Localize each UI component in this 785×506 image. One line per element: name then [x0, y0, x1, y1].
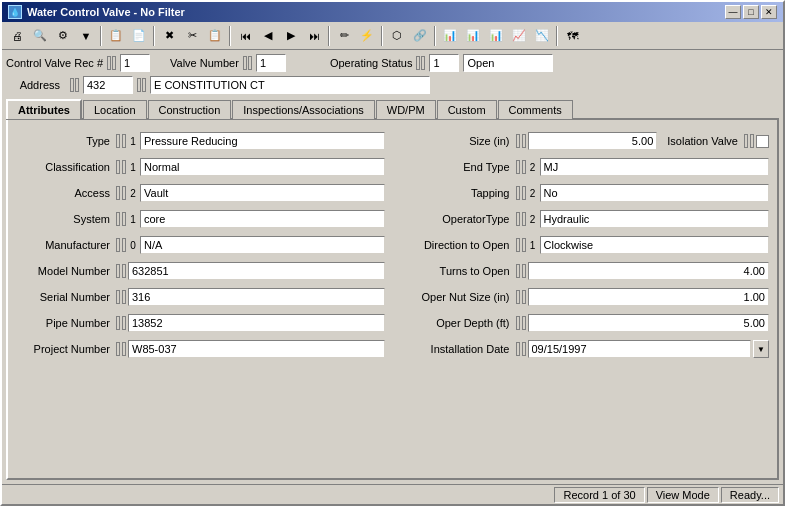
addr-ind-2 — [75, 78, 79, 92]
header-row: Control Valve Rec # Valve Number Operati… — [6, 54, 779, 72]
ind-dir-1 — [516, 238, 520, 252]
label-model: Model Number — [16, 265, 116, 277]
date-dropdown-button[interactable]: ▼ — [753, 340, 769, 358]
input-pipe[interactable] — [128, 314, 385, 332]
tb-filter[interactable]: ⬡ — [386, 25, 408, 47]
tab-attributes[interactable]: Attributes — [6, 99, 82, 119]
op-status-num-input[interactable] — [429, 54, 459, 72]
input-direction[interactable] — [540, 236, 770, 254]
input-nutsize[interactable] — [528, 288, 770, 306]
tb-new[interactable]: 📄 — [128, 25, 150, 47]
row-access: Access 2 — [16, 182, 385, 204]
tb-lightning[interactable]: ⚡ — [356, 25, 378, 47]
ind-size-1 — [516, 134, 520, 148]
tb-sep-6 — [434, 26, 436, 46]
op-ind-1 — [416, 56, 420, 70]
ind-sys-2 — [122, 212, 126, 226]
ind-opt-1 — [516, 212, 520, 226]
ind-nut-1 — [516, 290, 520, 304]
label-optype: OperatorType — [401, 213, 516, 225]
tb-next[interactable]: ▶ — [280, 25, 302, 47]
input-depth[interactable] — [528, 314, 770, 332]
maximize-button[interactable]: □ — [743, 5, 759, 19]
rec-ind-2 — [112, 56, 116, 70]
ind-end-1 — [516, 160, 520, 174]
tb-edit[interactable]: ✏ — [333, 25, 355, 47]
tb-chart3[interactable]: 📊 — [485, 25, 507, 47]
input-group-serial — [116, 288, 385, 306]
input-serial[interactable] — [128, 288, 385, 306]
minimize-button[interactable]: — — [725, 5, 741, 19]
tab-wdpm[interactable]: WD/PM — [376, 100, 436, 119]
tab-construction[interactable]: Construction — [148, 100, 232, 119]
ind-tap-1 — [516, 186, 520, 200]
tb-cut[interactable]: ✂ — [181, 25, 203, 47]
title-bar-left: 💧 Water Control Valve - No Filter — [8, 5, 185, 19]
close-button[interactable]: ✕ — [761, 5, 777, 19]
row-type: Type 1 — [16, 130, 385, 152]
ind-dep-2 — [522, 316, 526, 330]
input-classification[interactable] — [140, 158, 385, 176]
input-group-model — [116, 262, 385, 280]
input-size[interactable] — [528, 132, 658, 150]
tb-sep-3 — [229, 26, 231, 46]
address-num-input[interactable] — [83, 76, 133, 94]
num-class: 1 — [128, 162, 138, 173]
tb-chart2[interactable]: 📊 — [462, 25, 484, 47]
rec-number-input[interactable] — [120, 54, 150, 72]
tb-tools[interactable]: ⚙ — [52, 25, 74, 47]
tb-last[interactable]: ⏭ — [303, 25, 325, 47]
tab-inspections[interactable]: Inspections/Associations — [232, 100, 374, 119]
address-row: Address — [6, 76, 779, 94]
tb-chart4[interactable]: 📈 — [508, 25, 530, 47]
valve-indicators — [243, 56, 252, 70]
valve-number-input[interactable] — [256, 54, 286, 72]
tb-dropdown[interactable]: ▼ — [75, 25, 97, 47]
input-instdate[interactable] — [528, 340, 752, 358]
op-status-val-input[interactable] — [463, 54, 553, 72]
tab-custom[interactable]: Custom — [437, 100, 497, 119]
addr-ind-3 — [137, 78, 141, 92]
tab-strip: Attributes Location Construction Inspect… — [6, 98, 779, 120]
tab-location[interactable]: Location — [83, 100, 147, 119]
tb-delete[interactable]: ✖ — [158, 25, 180, 47]
input-system[interactable] — [140, 210, 385, 228]
row-nutsize: Oper Nut Size (in) — [401, 286, 770, 308]
ind-tap-2 — [522, 186, 526, 200]
tb-print[interactable]: 🖨 — [6, 25, 28, 47]
input-tapping[interactable] — [540, 184, 770, 202]
tab-comments[interactable]: Comments — [498, 100, 573, 119]
tb-chart5[interactable]: 📉 — [531, 25, 553, 47]
row-tapping: Tapping 2 — [401, 182, 770, 204]
input-manufacturer[interactable] — [140, 236, 385, 254]
row-project: Project Number — [16, 338, 385, 360]
input-group-size: Isolation Valve — [516, 132, 770, 150]
input-model[interactable] — [128, 262, 385, 280]
input-turns[interactable] — [528, 262, 770, 280]
address-street-input[interactable] — [150, 76, 430, 94]
input-group-tapping: 2 — [516, 184, 770, 202]
ind-serial-2 — [122, 290, 126, 304]
ind-end-2 — [522, 160, 526, 174]
tb-paste[interactable]: 📋 — [204, 25, 226, 47]
label-serial: Serial Number — [16, 291, 116, 303]
tb-first[interactable]: ⏮ — [234, 25, 256, 47]
status-bar: Record 1 of 30 View Mode Ready... — [2, 484, 783, 504]
tb-chart1[interactable]: 📊 — [439, 25, 461, 47]
row-direction: Direction to Open 1 — [401, 234, 770, 256]
tb-prev[interactable]: ◀ — [257, 25, 279, 47]
tb-map[interactable]: 🗺 — [561, 25, 583, 47]
input-group-project — [116, 340, 385, 358]
input-optype[interactable] — [540, 210, 770, 228]
input-endtype[interactable] — [540, 158, 770, 176]
label-turns: Turns to Open — [401, 265, 516, 277]
input-access[interactable] — [140, 184, 385, 202]
tb-search[interactable]: 🔍 — [29, 25, 51, 47]
tb-copy[interactable]: 📋 — [105, 25, 127, 47]
input-type[interactable] — [140, 132, 385, 150]
tb-link[interactable]: 🔗 — [409, 25, 431, 47]
input-project[interactable] — [128, 340, 385, 358]
isolation-valve-checkbox[interactable] — [756, 135, 769, 148]
label-nutsize: Oper Nut Size (in) — [401, 291, 516, 303]
row-endtype: End Type 2 — [401, 156, 770, 178]
